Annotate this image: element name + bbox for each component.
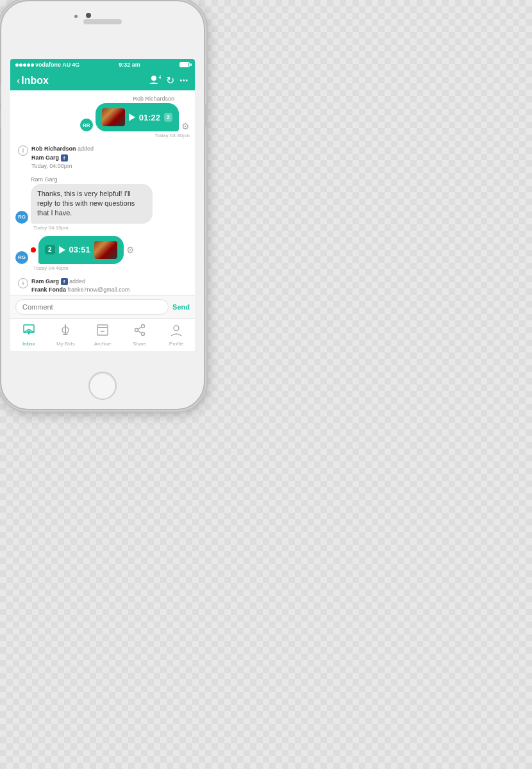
message-group-ram: Ram Garg RG Thanks, this is very helpful…	[15, 176, 190, 232]
system-message-text: Rob Richardson added Ram Garg f Today, 0…	[31, 145, 94, 171]
sent-duration: 03:51	[69, 245, 90, 254]
signal-dot	[31, 63, 34, 67]
badge2: 2	[45, 245, 55, 254]
message-row: ⚙ 01:22 2 RR	[80, 103, 190, 131]
nav-left: ‹ Inbox	[17, 75, 49, 87]
nav-right: + ↻ •••	[149, 74, 188, 87]
profile-label: Profile	[169, 341, 184, 347]
tab-my-birts[interactable]: My Birts	[47, 322, 85, 349]
system-message-add2: i Ram Garg f added Frank Fonda frank67no…	[15, 276, 190, 295]
tab-share[interactable]: Share	[121, 322, 158, 349]
archive-label: Archive	[94, 341, 112, 347]
message-group-sent: RG 2 03:51 ⚙ Today	[15, 236, 190, 272]
system-message-add: i Rob Richardson added Ram Garg f Today,…	[15, 144, 190, 172]
network-label: 4G	[72, 62, 79, 68]
add-contact-icon[interactable]: +	[149, 74, 161, 87]
sensor-dot	[74, 15, 78, 18]
facebook-icon2: f	[61, 278, 68, 285]
share-label: Share	[133, 341, 146, 347]
svg-point-11	[141, 333, 144, 336]
signal-dot	[27, 63, 30, 67]
screen: vodafone AU 4G 9:32 am ‹ Inbox	[10, 59, 195, 351]
volume-up-button	[0, 85, 1, 103]
signal-dot	[19, 63, 22, 67]
svg-point-12	[135, 329, 138, 332]
svg-point-15	[174, 326, 179, 331]
time-display: 9:32 am	[119, 62, 140, 68]
avatar-rg2: RG	[15, 251, 28, 264]
badge-number: 2	[167, 114, 170, 120]
svg-point-10	[141, 325, 144, 328]
tab-archive[interactable]: Archive	[84, 322, 121, 349]
signal-bars	[15, 63, 34, 67]
svg-point-0	[151, 76, 156, 81]
message-row-sent: RG 2 03:51 ⚙	[15, 236, 135, 264]
svg-text:+: +	[158, 74, 161, 81]
refresh-icon[interactable]: ↻	[166, 74, 174, 87]
svg-line-14	[138, 331, 142, 333]
video-thumbnail	[102, 108, 125, 126]
actor-name2: Ram Garg	[31, 278, 59, 285]
thumbnail-image	[102, 108, 125, 126]
inbox-icon	[22, 324, 35, 340]
email1: frank67now@gmail.com	[68, 286, 130, 293]
settings-icon[interactable]: ⚙	[181, 121, 190, 131]
play-icon	[129, 113, 135, 121]
back-button[interactable]: ‹ Inbox	[17, 75, 49, 87]
speaker	[83, 19, 122, 24]
sent-audio-bubble[interactable]: 2 03:51	[38, 236, 124, 264]
tab-inbox[interactable]: Inbox	[10, 322, 47, 349]
actor-name: Rob Richardson	[31, 145, 76, 152]
comment-input[interactable]	[15, 299, 169, 315]
sent-thumbnail	[94, 241, 117, 259]
audio-bubble[interactable]: 01:22 2	[96, 103, 179, 131]
back-chevron-icon: ‹	[17, 75, 20, 87]
tab-bar: Inbox My Birts	[10, 318, 195, 351]
send-button[interactable]: Send	[172, 303, 190, 311]
message-time: Today 03:30pm	[154, 133, 190, 138]
battery-icon	[179, 62, 190, 67]
inbox-label: Inbox	[22, 341, 35, 347]
signal-dot	[15, 63, 19, 67]
message-text: Thanks, this is very helpful! I'll reply…	[37, 190, 135, 217]
text-bubble: Thanks, this is very helpful! I'll reply…	[31, 184, 153, 224]
messages-area: Rob Richardson ⚙ 01:22 2 RR	[10, 90, 195, 295]
carrier-label: vodafone AU	[35, 62, 71, 68]
status-right	[179, 62, 190, 67]
sent-audio-container: 2 03:51 ⚙	[31, 236, 135, 264]
nav-bar: ‹ Inbox + ↻ •••	[10, 70, 195, 90]
message-time-ram: Today 04:10pm	[33, 225, 69, 231]
audio-duration: 01:22	[139, 113, 160, 122]
svg-rect-8	[97, 325, 108, 327]
battery-fill	[180, 63, 188, 67]
play-icon2	[59, 246, 65, 254]
added-name1: Frank Fonda	[31, 286, 66, 293]
facebook-icon: f	[61, 154, 68, 161]
volume-down-button	[0, 110, 1, 128]
avatar-rr: RR	[80, 119, 93, 131]
my-birts-label: My Birts	[56, 341, 75, 347]
sent-time: Today 04:40pm	[33, 265, 69, 271]
info-icon: i	[18, 145, 28, 156]
system-message-text2: Ram Garg f added Frank Fonda frank67now@…	[31, 277, 129, 295]
badge: 2	[164, 113, 172, 122]
home-button[interactable]	[88, 372, 117, 400]
sender-name: Rob Richardson	[133, 95, 174, 102]
info-icon2: i	[18, 278, 28, 288]
share-icon	[133, 324, 146, 340]
comment-bar: Send	[10, 295, 195, 318]
camera	[86, 13, 91, 18]
recording-indicator	[31, 247, 36, 252]
message-row-ram: RG Thanks, this is very helpful! I'll re…	[15, 184, 153, 224]
archive-icon	[96, 324, 109, 340]
signal-dot	[23, 63, 26, 67]
nav-title: Inbox	[21, 75, 49, 87]
power-button	[204, 104, 206, 127]
settings-icon2[interactable]: ⚙	[126, 245, 135, 255]
svg-line-13	[138, 327, 142, 329]
phone-frame: vodafone AU 4G 9:32 am ‹ Inbox	[0, 0, 205, 410]
more-options-icon[interactable]: •••	[179, 77, 188, 84]
tab-profile[interactable]: Profile	[158, 322, 195, 349]
profile-icon	[170, 324, 183, 340]
status-left: vodafone AU 4G	[15, 62, 79, 68]
